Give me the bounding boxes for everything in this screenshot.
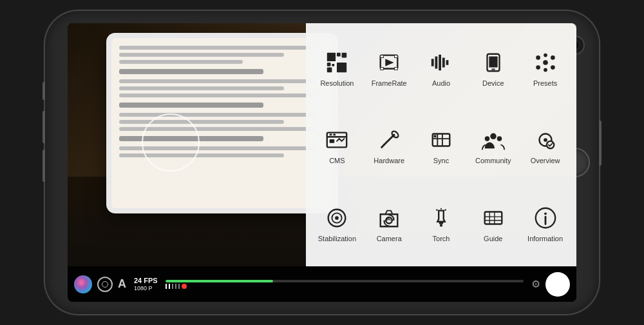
overview-label: Overview: [531, 157, 560, 164]
menu-item-torch[interactable]: Torch: [415, 184, 468, 261]
svg-point-20: [544, 54, 547, 57]
text-line: [119, 60, 243, 64]
menu-item-framerate[interactable]: FrameRate: [363, 28, 415, 106]
menu-item-overview[interactable]: Overview: [519, 106, 571, 183]
svg-rect-4: [332, 64, 335, 66]
menu-item-hardware[interactable]: Hardware: [363, 106, 415, 183]
stabilization-icon: [323, 204, 351, 232]
svg-point-19: [551, 65, 555, 70]
mute-button[interactable]: [43, 82, 45, 100]
menu-item-cms[interactable]: CMS: [311, 106, 363, 183]
svg-rect-11: [395, 68, 398, 70]
resolution-display: 1080 P: [134, 285, 158, 293]
tick: [178, 284, 180, 289]
bottom-bar: A 24 FPS 1080 P ⚙: [68, 266, 576, 302]
hardware-label: Hardware: [374, 157, 404, 164]
power-button[interactable]: [599, 121, 601, 166]
text-line: [119, 86, 284, 90]
menu-item-presets[interactable]: Presets: [519, 28, 571, 106]
text-line: [119, 53, 284, 57]
shutter-button[interactable]: [545, 272, 570, 297]
siri-icon[interactable]: [74, 275, 92, 293]
device-icon: [479, 48, 507, 77]
auto-icon[interactable]: A: [118, 277, 126, 291]
progress-bar-fill: [166, 280, 273, 282]
lens-icon[interactable]: [97, 277, 113, 292]
information-label: Information: [527, 235, 563, 242]
svg-rect-13: [489, 57, 497, 68]
svg-rect-24: [330, 134, 332, 136]
menu-item-resolution[interactable]: Resolution: [311, 28, 363, 106]
svg-point-41: [336, 216, 339, 220]
svg-point-17: [551, 55, 555, 60]
svg-rect-3: [327, 63, 331, 66]
hardware-icon: [375, 126, 403, 154]
menu-item-information[interactable]: Information: [519, 184, 571, 261]
text-line: [119, 94, 315, 97]
menu-item-stabilization[interactable]: Stabilization: [311, 184, 363, 261]
ipad-prop: [106, 33, 338, 213]
resolution-label: Resolution: [320, 79, 354, 87]
svg-line-44: [436, 210, 437, 211]
tick: [172, 284, 173, 289]
guide-label: Guide: [484, 235, 502, 242]
svg-point-34: [484, 137, 489, 142]
svg-rect-10: [381, 68, 384, 70]
cms-icon: [323, 126, 351, 154]
svg-point-15: [543, 60, 548, 65]
information-icon: [531, 204, 560, 232]
svg-rect-6: [327, 68, 332, 73]
text-line: [119, 113, 315, 117]
framerate-icon: [375, 48, 403, 77]
text-line: [119, 103, 263, 108]
camera-label: Camera: [377, 235, 402, 242]
screen: Resolution FrameRate: [68, 23, 576, 302]
svg-rect-14: [491, 69, 495, 70]
ipad-body: [106, 33, 338, 213]
svg-rect-23: [330, 140, 335, 144]
volume-down-button[interactable]: [43, 150, 45, 182]
device-label: Device: [482, 79, 504, 87]
svg-point-27: [393, 134, 395, 137]
menu-item-camera[interactable]: Camera: [363, 184, 415, 261]
volume-up-button[interactable]: [43, 111, 45, 143]
guide-icon: [479, 204, 507, 232]
recording-info: 24 FPS 1080 P: [134, 276, 158, 293]
svg-rect-25: [334, 134, 336, 136]
community-label: Community: [475, 157, 511, 164]
tick: [166, 284, 167, 289]
menu-panel: Resolution FrameRate: [306, 23, 576, 266]
sync-icon: [427, 126, 455, 154]
torch-icon: [427, 204, 455, 232]
svg-point-16: [536, 55, 540, 60]
torch-label: Torch: [433, 235, 450, 242]
text-line: [119, 69, 263, 74]
tick: [169, 284, 170, 289]
svg-point-21: [544, 68, 547, 72]
menu-item-guide[interactable]: Guide: [467, 184, 519, 261]
svg-rect-46: [484, 212, 502, 224]
presets-label: Presets: [533, 79, 557, 87]
svg-line-45: [445, 210, 446, 211]
svg-rect-32: [434, 135, 437, 138]
svg-rect-8: [381, 55, 384, 58]
text-line: [119, 120, 284, 124]
menu-item-audio[interactable]: Audio: [415, 28, 468, 106]
svg-rect-5: [337, 63, 346, 72]
settings-wheel[interactable]: ⚙: [531, 278, 540, 290]
community-icon: [479, 126, 507, 154]
menu-item-community[interactable]: Community: [467, 106, 519, 183]
presets-icon: [531, 48, 560, 77]
svg-point-38: [544, 139, 547, 143]
menu-item-device[interactable]: Device: [467, 28, 519, 106]
svg-rect-1: [337, 53, 341, 57]
stabilization-label: Stabilization: [318, 235, 356, 242]
record-indicator: [182, 284, 187, 289]
menu-item-sync[interactable]: Sync: [415, 106, 468, 183]
progress-area: [166, 280, 524, 289]
svg-point-35: [497, 137, 502, 142]
text-line: [119, 46, 315, 50]
svg-rect-2: [342, 53, 347, 58]
svg-point-18: [536, 65, 540, 70]
cms-label: CMS: [329, 157, 345, 164]
